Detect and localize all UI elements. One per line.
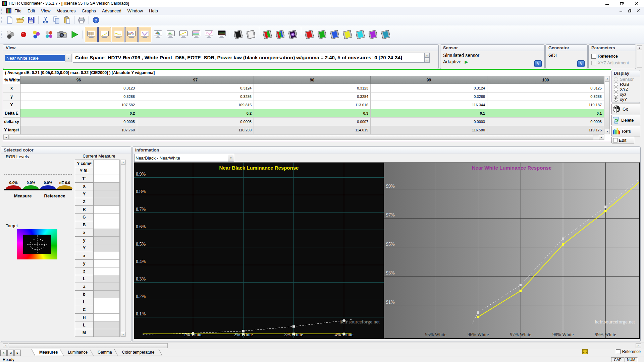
scroll-up-icon[interactable]: ▲ <box>121 160 125 165</box>
tab-luminance[interactable]: Luminance <box>62 349 94 356</box>
menu-item-advanced[interactable]: Advanced <box>99 7 124 14</box>
table-cell[interactable]: 0.2 <box>137 109 254 118</box>
checkbox-icon[interactable] <box>616 349 621 354</box>
table-cell[interactable]: 116.344 <box>371 101 487 109</box>
scroll-down-icon[interactable]: ▼ <box>121 332 125 337</box>
table-cell[interactable]: 0.3124 <box>137 84 254 93</box>
series-primaries-button[interactable] <box>261 27 273 42</box>
table-cell[interactable]: 107.582 <box>20 101 137 109</box>
main-h-scrollbar[interactable]: ◄ ► <box>0 343 644 349</box>
scroll-right-icon[interactable]: ► <box>636 343 641 348</box>
display-option-xyz[interactable]: xyz <box>614 92 640 97</box>
table-cell[interactable]: 0.3123 <box>254 84 371 93</box>
table-cell[interactable]: 110.239 <box>137 126 254 134</box>
scroll-left-icon[interactable]: ◄ <box>3 343 8 348</box>
restore-button[interactable] <box>614 0 629 7</box>
series-yellow-sat-button[interactable] <box>341 27 354 42</box>
copy-button[interactable] <box>51 15 61 25</box>
table-v-scrollbar[interactable]: ▲ ▼ <box>604 76 610 134</box>
menu-item-help[interactable]: Help <box>146 7 161 14</box>
table-cell[interactable]: 119.187 <box>487 101 604 109</box>
radio-icon[interactable] <box>614 82 618 86</box>
column-header-98[interactable]: 98 <box>254 76 371 84</box>
series-green-sat-button[interactable] <box>316 27 328 42</box>
table-cell[interactable]: 113.616 <box>254 101 371 109</box>
view-dark-lines-button[interactable] <box>216 27 228 42</box>
view-color-lines-button[interactable] <box>190 27 202 42</box>
table-h-scrollbar[interactable]: ◄ ► <box>3 134 604 140</box>
scroll-down-icon[interactable]: ▼ <box>605 129 610 134</box>
column-header-96[interactable]: 96 <box>20 76 137 84</box>
view-gamma-line-button[interactable] <box>177 27 190 42</box>
open-file-button[interactable] <box>15 15 25 25</box>
table-cell[interactable]: 0.3124 <box>371 84 487 93</box>
reference-checkbox[interactable]: Reference <box>591 54 618 59</box>
series-cyan-sat-button[interactable] <box>354 27 366 42</box>
tab-close-button[interactable]: X <box>0 350 7 356</box>
column-header-97[interactable]: 97 <box>137 76 254 84</box>
series-blue-sat-button[interactable] <box>329 27 341 42</box>
generator-configure-button[interactable]: ✎ <box>577 60 585 67</box>
scroll-right-icon[interactable]: ► <box>599 135 604 139</box>
view-cie-small-button[interactable] <box>165 27 177 42</box>
paste-button[interactable] <box>62 15 72 25</box>
panel-scrollbar[interactable]: ▲ <box>637 45 642 68</box>
tab-next-button[interactable]: ► <box>14 350 21 356</box>
column-header-99[interactable]: 99 <box>371 76 487 84</box>
table-cell[interactable]: 114.019 <box>254 126 371 134</box>
menu-item-measures[interactable]: Measures <box>53 7 78 14</box>
radio-icon[interactable] <box>614 92 618 97</box>
table-cell[interactable]: 0.0007 <box>254 118 371 126</box>
series-magenta-sat-button[interactable] <box>367 27 379 42</box>
mdi-minimize-button[interactable] <box>616 8 625 14</box>
menu-item-view[interactable]: View <box>38 7 53 14</box>
table-cell[interactable]: 0.3123 <box>20 84 137 93</box>
series-teal-sat-button[interactable] <box>380 27 392 42</box>
sensor-configure-button[interactable]: ✎ <box>534 60 542 67</box>
menu-item-file[interactable]: File <box>11 7 24 14</box>
table-cell[interactable]: 0.3288 <box>371 93 487 101</box>
menu-item-graphs[interactable]: Graphs <box>78 7 99 14</box>
view-saturation-curves-button[interactable] <box>203 27 215 42</box>
information-selector-combo[interactable]: NearBlack - NearWhite ▼ <box>134 154 234 162</box>
table-cell[interactable]: 0.1 <box>487 109 604 118</box>
scroll-left-icon[interactable]: ◄ <box>3 135 9 139</box>
h-scroll-thumb[interactable] <box>9 135 593 139</box>
sensor-play-icon[interactable]: ▶ <box>465 59 468 64</box>
chevron-down-icon[interactable]: ▼ <box>65 54 71 62</box>
spin-down-icon[interactable]: ▼ <box>424 58 430 63</box>
grayscale-measure-button[interactable] <box>5 27 17 42</box>
cut-button[interactable] <box>41 15 51 25</box>
help-button[interactable]: ? <box>91 15 101 25</box>
table-cell[interactable]: 107.760 <box>20 126 137 134</box>
column-header-100[interactable]: 100 <box>487 76 604 84</box>
table-cell[interactable]: 116.580 <box>371 126 487 134</box>
checkbox-icon[interactable] <box>591 54 596 59</box>
mdi-restore-button[interactable] <box>625 8 634 14</box>
menu-item-edit[interactable]: Edit <box>24 7 38 14</box>
table-cell[interactable]: 0.3 <box>254 109 371 118</box>
edit-button[interactable]: Edit <box>611 137 634 143</box>
continuous-measure-button[interactable] <box>68 27 80 42</box>
menu-item-window[interactable]: Window <box>124 7 146 14</box>
table-cell[interactable]: 0.3284 <box>254 93 371 101</box>
series-white-button[interactable] <box>245 27 257 42</box>
view-gamma-curve-button[interactable] <box>98 27 111 42</box>
view-cie-chart-button[interactable] <box>152 27 164 42</box>
single-measure-button[interactable] <box>56 27 68 42</box>
measure-scrollbar[interactable]: ▲ ▼ <box>120 160 126 337</box>
scale-selector-combo[interactable]: Near white scale ▼ <box>5 54 71 62</box>
secondaries-measure-button[interactable] <box>43 27 55 42</box>
table-cell[interactable]: 0.0003 <box>487 118 604 126</box>
main-h-scroll-thumb[interactable] <box>9 343 168 348</box>
table-cell[interactable]: 0.3125 <box>487 84 604 93</box>
go-button[interactable]: Go <box>611 104 640 114</box>
view-luminance-button[interactable] <box>139 27 151 42</box>
chevron-down-icon[interactable]: ▼ <box>228 154 234 162</box>
minimize-button[interactable] <box>600 0 614 7</box>
table-cell[interactable]: 0.0003 <box>371 118 487 126</box>
radio-icon[interactable] <box>614 97 618 102</box>
table-cell[interactable]: 0.0005 <box>137 118 254 126</box>
table-cell[interactable]: 0.2 <box>20 109 137 118</box>
tab-prev-button[interactable]: ◄ <box>7 350 14 356</box>
